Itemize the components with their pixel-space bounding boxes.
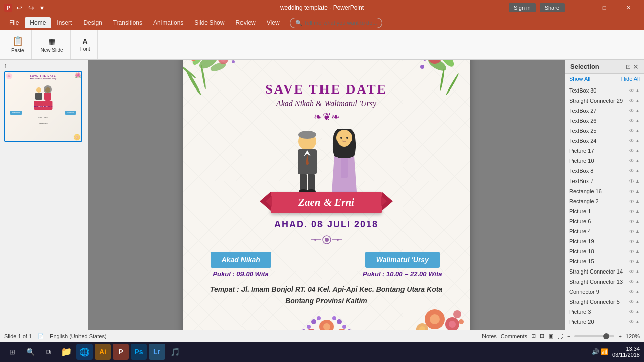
tab-slideshow[interactable]: Slide Show	[189, 17, 229, 28]
visibility-icon[interactable]: 👁	[629, 279, 634, 285]
visibility-icon[interactable]: 👁	[629, 168, 634, 174]
selection-list-item[interactable]: Picture 15 👁 ▲	[565, 256, 644, 266]
arrow-up-icon[interactable]: ▲	[635, 299, 640, 305]
view-slider-icon[interactable]: ⊞	[540, 333, 544, 339]
selection-list-item[interactable]: Picture 17 👁 ▲	[565, 146, 644, 156]
panel-close-button[interactable]: ✕	[633, 63, 639, 70]
tab-animations[interactable]: Animations	[148, 17, 188, 28]
edge-icon[interactable]: 🌐	[76, 344, 93, 360]
visibility-icon[interactable]: 👁	[629, 108, 634, 114]
visibility-icon[interactable]: 👁	[629, 128, 634, 134]
selection-list-item[interactable]: TextBox 24 👁 ▲	[565, 136, 644, 146]
comments-button[interactable]: Comments	[501, 333, 527, 339]
tab-file[interactable]: File	[4, 17, 24, 28]
tab-transitions[interactable]: Transitions	[108, 17, 147, 28]
share-button[interactable]: Share	[540, 3, 565, 12]
powerpoint-taskbar-icon[interactable]: P	[113, 344, 129, 360]
start-button[interactable]: ⊞	[4, 344, 20, 360]
zoom-slider[interactable]	[574, 335, 614, 337]
paste-button[interactable]: 📋 Paste	[8, 34, 27, 55]
arrow-up-icon[interactable]: ▲	[635, 108, 640, 114]
selection-list-item[interactable]: Connector 9 👁 ▲	[565, 287, 644, 297]
selection-list-item[interactable]: Rectangle 2 👁 ▲	[565, 196, 644, 206]
selection-list-item[interactable]: Picture 18 👁 ▲	[565, 246, 644, 256]
music-icon[interactable]: 🎵	[167, 344, 183, 360]
customize-button[interactable]: ▾	[38, 3, 46, 13]
visibility-icon[interactable]: 👁	[629, 269, 634, 275]
visibility-icon[interactable]: 👁	[629, 209, 634, 214]
selection-list-item[interactable]: TextBox 26 👁 ▲	[565, 116, 644, 126]
view-fullscreen-icon[interactable]: ⛶	[557, 333, 563, 339]
selection-list-item[interactable]: Picture 1 👁 ▲	[565, 206, 644, 216]
new-slide-button[interactable]: ▦ New Slide	[38, 35, 66, 55]
arrow-up-icon[interactable]: ▲	[635, 209, 640, 214]
visibility-icon[interactable]: 👁	[629, 229, 634, 234]
visibility-icon[interactable]: 👁	[629, 158, 634, 164]
selection-list-item[interactable]: Straight Connector 29 👁 ▲	[565, 96, 644, 106]
undo-button[interactable]: ↩	[14, 3, 24, 13]
arrow-up-icon[interactable]: ▲	[635, 259, 640, 264]
arrow-up-icon[interactable]: ▲	[635, 199, 640, 204]
selection-list-item[interactable]: TextBox 30 👁 ▲	[565, 85, 644, 96]
selection-list-item[interactable]: Straight Connector 5 👁 ▲	[565, 297, 644, 307]
visibility-icon[interactable]: 👁	[629, 199, 634, 204]
arrow-up-icon[interactable]: ▲	[635, 118, 640, 124]
arrow-up-icon[interactable]: ▲	[635, 289, 640, 295]
visibility-icon[interactable]: 👁	[629, 178, 634, 184]
visibility-icon[interactable]: 👁	[629, 259, 634, 264]
arrow-up-icon[interactable]: ▲	[635, 88, 640, 94]
visibility-icon[interactable]: 👁	[629, 98, 634, 104]
arrow-up-icon[interactable]: ▲	[635, 229, 640, 234]
arrow-up-icon[interactable]: ▲	[635, 138, 640, 144]
visibility-icon[interactable]: 👁	[629, 299, 634, 305]
minimize-button[interactable]: ─	[569, 0, 592, 15]
arrow-up-icon[interactable]: ▲	[635, 319, 640, 325]
arrow-up-icon[interactable]: ▲	[635, 98, 640, 104]
arrow-up-icon[interactable]: ▲	[635, 189, 640, 194]
visibility-icon[interactable]: 👁	[629, 219, 634, 224]
maximize-button[interactable]: □	[593, 0, 616, 15]
font-button[interactable]: A Font	[77, 35, 93, 54]
visibility-icon[interactable]: 👁	[629, 138, 634, 144]
slide-thumbnail-1[interactable]: SAVE THE DATE Akad Nikah & Walimatul 'Ur…	[4, 71, 82, 142]
selection-list-item[interactable]: Straight Connector 14 👁 ▲	[565, 266, 644, 277]
tab-home[interactable]: Home	[25, 17, 51, 28]
arrow-up-icon[interactable]: ▲	[635, 269, 640, 275]
arrow-up-icon[interactable]: ▲	[635, 178, 640, 184]
selection-list-item[interactable]: Picture 6 👁 ▲	[565, 216, 644, 226]
arrow-up-icon[interactable]: ▲	[635, 148, 640, 154]
task-view-icon[interactable]: ⧉	[40, 344, 56, 360]
sign-in-button[interactable]: Sign in	[509, 3, 536, 12]
selection-list-item[interactable]: TextBox 27 👁 ▲	[565, 106, 644, 116]
selection-list-item[interactable]: TextBox 8 👁 ▲	[565, 166, 644, 176]
redo-button[interactable]: ↪	[26, 3, 36, 13]
selection-list-item[interactable]: Picture 19 👁 ▲	[565, 236, 644, 246]
illustrator-icon[interactable]: Ai	[95, 344, 111, 360]
arrow-up-icon[interactable]: ▲	[635, 168, 640, 174]
visibility-icon[interactable]: 👁	[629, 309, 634, 315]
show-all-link[interactable]: Show All	[569, 76, 590, 82]
tell-me-box[interactable]: 🔍 Tell me what you want to do...	[290, 18, 383, 28]
visibility-icon[interactable]: 👁	[629, 289, 634, 295]
close-button[interactable]: ✕	[617, 0, 640, 15]
arrow-up-icon[interactable]: ▲	[635, 219, 640, 224]
arrow-up-icon[interactable]: ▲	[635, 128, 640, 134]
hide-all-link[interactable]: Hide All	[621, 76, 640, 82]
visibility-icon[interactable]: 👁	[629, 239, 634, 244]
tab-insert[interactable]: Insert	[52, 17, 77, 28]
photoshop-icon[interactable]: Ps	[131, 344, 147, 360]
arrow-up-icon[interactable]: ▲	[635, 158, 640, 164]
selection-list-item[interactable]: Picture 10 👁 ▲	[565, 156, 644, 166]
view-normal-icon[interactable]: ⊡	[531, 333, 536, 339]
visibility-icon[interactable]: 👁	[629, 189, 634, 194]
visibility-icon[interactable]: 👁	[629, 88, 634, 94]
arrow-up-icon[interactable]: ▲	[635, 309, 640, 315]
tab-review[interactable]: Review	[230, 17, 260, 28]
selection-list-item[interactable]: TextBox 25 👁 ▲	[565, 126, 644, 136]
visibility-icon[interactable]: 👁	[629, 319, 634, 325]
tab-design[interactable]: Design	[78, 17, 107, 28]
view-reading-icon[interactable]: ▣	[548, 333, 553, 339]
visibility-icon[interactable]: 👁	[629, 118, 634, 124]
search-taskbar-icon[interactable]: 🔍	[22, 344, 38, 360]
lightroom-icon[interactable]: Lr	[149, 344, 165, 360]
